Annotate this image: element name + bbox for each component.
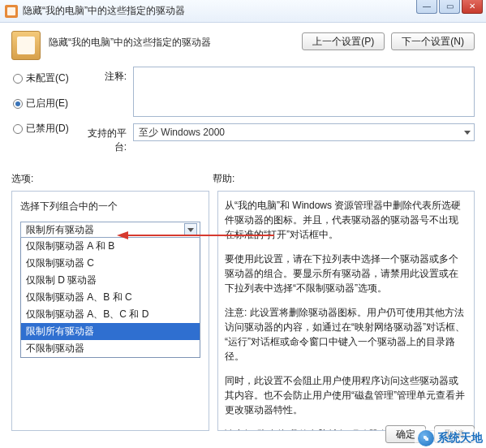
policy-icon bbox=[11, 31, 41, 60]
prev-setting-button[interactable]: 上一个设置(P) bbox=[302, 32, 385, 50]
chevron-down-icon bbox=[464, 131, 471, 135]
next-setting-button[interactable]: 下一个设置(N) bbox=[391, 32, 475, 50]
radio-icon bbox=[13, 124, 23, 134]
help-panel: 从“我的电脑”和 Windows 资源管理器中删除代表所选硬件驱动器的图标。并且… bbox=[217, 191, 475, 431]
drive-dropdown: 仅限制驱动器 A 和 B仅限制驱动器 C仅限制 D 驱动器仅限制驱动器 A、B … bbox=[20, 238, 200, 358]
radio-label: 已禁用(D) bbox=[26, 122, 69, 136]
window-icon bbox=[5, 5, 18, 18]
options-heading: 选择下列组合中的一个 bbox=[20, 200, 202, 213]
radio-enabled[interactable]: 已启用(E) bbox=[13, 97, 76, 110]
radio-disabled[interactable]: 已禁用(D) bbox=[13, 122, 76, 136]
platform-label: 支持的平台: bbox=[76, 123, 133, 154]
window-title: 隐藏“我的电脑”中的这些指定的驱动器 bbox=[23, 4, 185, 18]
watermark-text: 系统天地 bbox=[437, 431, 483, 446]
radio-label: 已启用(E) bbox=[26, 97, 68, 110]
minimize-button[interactable]: — bbox=[416, 0, 437, 14]
titlebar: 隐藏“我的电脑”中的这些指定的驱动器 — ▭ ✕ bbox=[0, 0, 486, 23]
radio-icon bbox=[13, 99, 23, 109]
watermark: 系统天地 bbox=[415, 429, 486, 448]
comment-textarea[interactable] bbox=[133, 67, 475, 117]
dropdown-item[interactable]: 仅限制 D 驱动器 bbox=[21, 272, 200, 289]
dropdown-item[interactable]: 限制所有驱动器 bbox=[21, 323, 200, 340]
help-paragraph: 同时，此设置不会阻止用户使用程序访问这些驱动器或其内容。也不会防止用户使用“磁盘… bbox=[225, 373, 467, 417]
radio-label: 未配置(C) bbox=[26, 71, 69, 85]
platform-value: 至少 Windows 2000 bbox=[139, 126, 225, 140]
options-panel: 选择下列组合中的一个 限制所有驱动器 仅限制驱动器 A 和 B仅限制驱动器 C仅… bbox=[11, 191, 209, 431]
help-paragraph: 从“我的电脑”和 Windows 资源管理器中删除代表所选硬件驱动器的图标。并且… bbox=[225, 198, 467, 242]
radio-unconfigured[interactable]: 未配置(C) bbox=[13, 71, 76, 85]
close-button[interactable]: ✕ bbox=[462, 0, 483, 14]
chevron-down-icon bbox=[187, 228, 194, 232]
dropdown-item[interactable]: 仅限制驱动器 A、B 和 C bbox=[21, 289, 200, 306]
help-section-label: 帮助: bbox=[213, 172, 234, 186]
dropdown-item[interactable]: 仅限制驱动器 A 和 B bbox=[21, 238, 200, 255]
page-title: 隐藏“我的电脑”中的这些指定的驱动器 bbox=[49, 31, 294, 50]
dropdown-item[interactable]: 仅限制驱动器 A、B、C 和 D bbox=[21, 306, 200, 323]
combo-chevron bbox=[184, 223, 197, 236]
combo-value: 限制所有驱动器 bbox=[26, 223, 94, 237]
help-paragraph: 注意: 此设置将删除驱动器图标。用户仍可使用其他方法访问驱动器的内容，如通过在“… bbox=[225, 305, 467, 364]
window-controls: — ▭ ✕ bbox=[416, 0, 483, 14]
platform-select[interactable]: 至少 Windows 2000 bbox=[133, 123, 475, 141]
radio-icon bbox=[13, 74, 23, 84]
watermark-globe-icon bbox=[418, 430, 434, 446]
options-section-label: 选项: bbox=[11, 172, 213, 186]
help-paragraph: 要使用此设置，请在下拉列表中选择一个驱动器或多个驱动器的组合。要显示所有驱动器，… bbox=[225, 252, 467, 295]
dropdown-item[interactable]: 仅限制驱动器 C bbox=[21, 255, 200, 272]
comment-label: 注释: bbox=[76, 67, 133, 84]
drive-combo[interactable]: 限制所有驱动器 bbox=[20, 222, 200, 238]
maximize-button[interactable]: ▭ bbox=[439, 0, 460, 14]
dropdown-item[interactable]: 不限制驱动器 bbox=[21, 340, 200, 357]
